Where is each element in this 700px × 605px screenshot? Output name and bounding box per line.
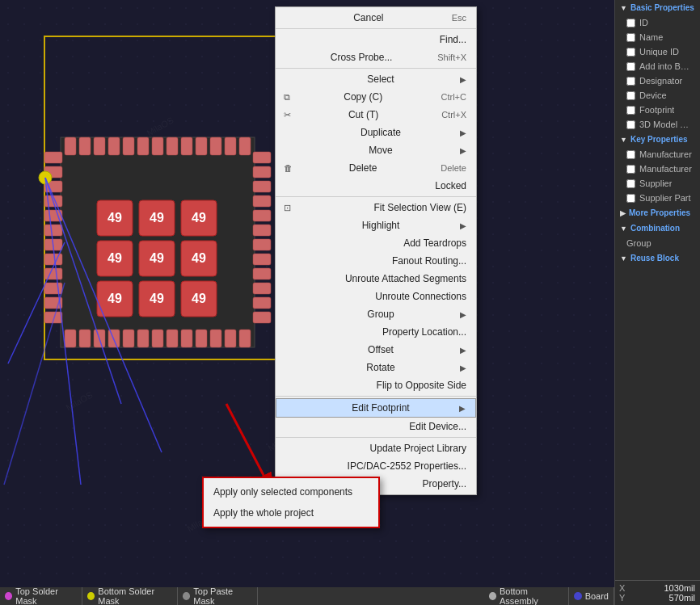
checkbox-manufacturer2[interactable] (626, 165, 635, 174)
menu-item-cancel[interactable]: Cancel Esc (276, 9, 476, 27)
menu-item-unroute-segments[interactable]: Unroute Attached Segments (276, 270, 476, 288)
svg-rect-15 (210, 137, 221, 155)
menu-item-fit-selection[interactable]: ⊡ Fit Selection View (E) (276, 199, 476, 216)
layer-top-paste-mask[interactable]: Top Paste Mask (178, 587, 258, 605)
svg-text:49: 49 (192, 251, 206, 265)
section-key-properties[interactable]: ▼ Key Properties (615, 132, 700, 147)
submenu-item-apply-whole[interactable]: Apply the whole project (204, 502, 378, 523)
svg-rect-25 (167, 330, 178, 347)
checkbox-3d-model[interactable] (626, 120, 635, 129)
menu-item-rotate[interactable]: Rotate ▶ (276, 359, 476, 376)
menu-item-cut[interactable]: ✂ Cut (T) Ctrl+X (276, 106, 476, 124)
svg-rect-29 (225, 330, 236, 347)
menu-item-property-location[interactable]: Property Location... (276, 323, 476, 341)
svg-rect-17 (239, 137, 251, 155)
submenu-item-apply-selected[interactable]: Apply only selected components (204, 481, 378, 502)
svg-text:49: 49 (108, 292, 122, 305)
menu-item-select[interactable]: Select ▶ (276, 70, 476, 88)
svg-rect-36 (44, 225, 62, 236)
menu-item-copy[interactable]: ⧉ Copy (C) Ctrl+C (276, 88, 476, 106)
svg-rect-38 (44, 254, 62, 265)
section-basic-properties[interactable]: ▼ Basic Properties (615, 0, 700, 15)
svg-rect-43 (253, 152, 271, 163)
svg-text:49: 49 (150, 211, 164, 225)
section-more-properties[interactable]: ▶ More Properties (615, 205, 700, 221)
divider-2 (276, 68, 476, 69)
divider-3 (276, 196, 476, 197)
checkbox-supplier-part[interactable] (626, 194, 635, 203)
svg-rect-52 (253, 283, 271, 294)
panel-item-3d-model: 3D Model Title (615, 117, 700, 132)
svg-rect-14 (196, 137, 207, 155)
svg-rect-53 (253, 297, 271, 309)
svg-rect-50 (253, 254, 271, 265)
svg-rect-30 (239, 330, 251, 347)
collapse-arrow-comb: ▼ (620, 225, 627, 233)
menu-item-teardrops[interactable]: Add Teardrops (276, 234, 476, 252)
menu-item-cross-probe[interactable]: Cross Probe... Shift+X (276, 48, 476, 66)
menu-item-delete[interactable]: 🗑 Delete Delete (276, 159, 476, 177)
checkbox-designator[interactable] (626, 77, 635, 86)
menu-item-group[interactable]: Group ▶ (276, 305, 476, 323)
trash-icon: 🗑 (284, 163, 298, 173)
svg-rect-31 (44, 152, 62, 163)
svg-text:49: 49 (108, 251, 122, 265)
context-menu: Cancel Esc Find... Cross Probe... Shift+… (275, 6, 477, 495)
checkbox-add-into-bom[interactable] (626, 62, 635, 71)
checkbox-manufacturer[interactable] (626, 150, 635, 159)
divider-5 (276, 437, 476, 438)
checkbox-footprint[interactable] (626, 106, 635, 115)
svg-text:49: 49 (150, 292, 164, 305)
svg-rect-9 (123, 137, 134, 155)
coordinates-bar: X 1030mil Y 570mil (614, 580, 700, 605)
divider-1 (276, 28, 476, 29)
menu-item-duplicate[interactable]: Duplicate ▶ (276, 124, 476, 141)
checkbox-supplier[interactable] (626, 179, 635, 188)
checkbox-name[interactable] (626, 33, 635, 42)
svg-rect-47 (253, 210, 271, 221)
svg-rect-44 (253, 166, 271, 178)
svg-rect-48 (253, 225, 271, 236)
menu-item-edit-footprint[interactable]: Edit Footprint ▶ (276, 398, 476, 418)
panel-item-add-into-bom: Add into BOM (615, 59, 700, 74)
layer-board[interactable]: Board (569, 587, 614, 605)
svg-rect-16 (225, 137, 236, 155)
panel-item-footprint: Footprint (615, 103, 700, 117)
svg-rect-10 (137, 137, 149, 155)
checkbox-id[interactable] (626, 19, 635, 27)
svg-rect-6 (79, 137, 91, 155)
menu-item-update-library[interactable]: Update Project Library (276, 439, 476, 457)
panel-item-unique-id: Unique ID (615, 44, 700, 59)
menu-item-flip[interactable]: Flip to Opposite Side (276, 376, 476, 394)
menu-item-highlight[interactable]: Highlight ▶ (276, 216, 476, 234)
menu-item-ipc-dac[interactable]: IPC/DAC-2552 Properties... (276, 457, 476, 475)
panel-item-id: ID (615, 15, 700, 30)
layer-top-solder-mask[interactable]: Top Solder Mask (0, 587, 82, 605)
svg-rect-49 (253, 239, 271, 250)
layer-bottom-assembly[interactable]: Bottom Assembly (484, 587, 569, 605)
section-reuse-block[interactable]: ▼ Reuse Block (615, 250, 700, 266)
checkbox-device[interactable] (626, 91, 635, 100)
menu-item-edit-device[interactable]: Edit Device... (276, 418, 476, 435)
menu-item-offset[interactable]: Offset ▶ (276, 341, 476, 359)
menu-item-find[interactable]: Find... (276, 31, 476, 48)
menu-item-unroute-connections[interactable]: Unroute Connections (276, 288, 476, 305)
status-bar: Top Solder Mask Bottom Solder Mask Top P… (0, 587, 614, 605)
menu-item-fanout[interactable]: Fanout Routing... (276, 252, 476, 270)
panel-item-supplier: Supplier (615, 176, 700, 191)
collapse-arrow-more: ▶ (620, 209, 626, 217)
section-combination[interactable]: ▼ Combination (615, 221, 700, 236)
checkbox-unique-id[interactable] (626, 48, 635, 57)
svg-text:49: 49 (192, 292, 206, 305)
collapse-arrow-reuse: ▼ (620, 254, 627, 263)
svg-rect-51 (253, 268, 271, 279)
svg-rect-8 (108, 137, 120, 155)
svg-text:49: 49 (150, 251, 164, 265)
menu-item-locked[interactable]: Locked (276, 177, 476, 195)
layer-bottom-solder-mask[interactable]: Bottom Solder Mask (82, 587, 178, 605)
svg-rect-27 (196, 330, 207, 347)
svg-rect-13 (181, 137, 192, 155)
svg-rect-28 (210, 330, 221, 347)
menu-item-move[interactable]: Move ▶ (276, 141, 476, 159)
svg-rect-45 (253, 181, 271, 192)
